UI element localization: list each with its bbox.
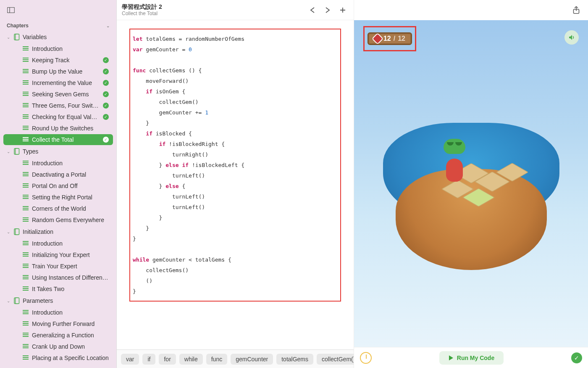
score-sep: / xyxy=(394,35,395,42)
sidebar-item[interactable]: It Takes Two xyxy=(3,283,113,294)
toggle-sidebar-icon[interactable] xyxy=(5,4,17,16)
item-label: Bump Up the Value xyxy=(32,68,100,75)
item-label: Random Gems Everywhere xyxy=(32,217,109,223)
item-label: Placing at a Specific Location xyxy=(32,355,109,361)
chapters-label: Chapters xyxy=(7,23,29,29)
snippet-chip[interactable]: for xyxy=(159,354,176,365)
next-page-button[interactable] xyxy=(322,4,333,16)
item-label: Generalizing a Function xyxy=(32,332,109,339)
page-icon xyxy=(23,217,29,222)
sidebar-item[interactable]: Generalizing a Function xyxy=(3,330,113,341)
item-label: Keeping Track xyxy=(32,57,100,64)
svg-rect-9 xyxy=(16,298,19,304)
svg-rect-3 xyxy=(16,34,19,40)
code-editor-highlight: let totalGems = randomNumberOfGems var g… xyxy=(129,29,341,302)
section-variables[interactable]: ⌄Variables xyxy=(0,31,116,43)
svg-rect-5 xyxy=(16,148,19,154)
byte-character xyxy=(442,135,467,182)
page-icon xyxy=(23,344,29,349)
gem-icon xyxy=(373,34,383,44)
sidebar-item[interactable]: Three Gems, Four Switches✓ xyxy=(3,100,113,111)
sidebar-item[interactable]: Corners of the World xyxy=(3,203,113,214)
section-icon xyxy=(13,148,20,155)
section-icon xyxy=(13,34,20,40)
sidebar-item[interactable]: Moving Further Forward xyxy=(3,318,113,329)
sidebar-item[interactable]: Incrementing the Value✓ xyxy=(3,77,113,88)
section-title: Types xyxy=(23,148,38,155)
sidebar-item[interactable]: Using Instances of Different Ty… xyxy=(3,272,113,283)
check-icon: ✓ xyxy=(103,69,109,74)
sidebar-item[interactable]: Checking for Equal Values✓ xyxy=(3,111,113,122)
code-editor[interactable]: let totalGems = randomNumberOfGems var g… xyxy=(133,34,338,297)
item-label: Deactivating a Portal xyxy=(32,171,109,178)
score-total: 12 xyxy=(398,35,405,42)
speed-icon[interactable] xyxy=(360,352,372,364)
item-label: Incrementing the Value xyxy=(32,79,100,86)
score-highlight: 12/12 xyxy=(363,26,416,51)
snippet-chip[interactable]: var xyxy=(121,354,139,365)
sidebar-item[interactable]: Placing at a Specific Location xyxy=(3,352,113,363)
chevron-down-icon: ⌄ xyxy=(106,24,110,28)
run-code-button[interactable]: Run My Code xyxy=(439,351,504,365)
sidebar-item[interactable]: Round Up the Switches xyxy=(3,123,113,134)
sidebar-item[interactable]: Deactivating a Portal xyxy=(3,169,113,180)
page-icon xyxy=(23,114,29,119)
sidebar-item[interactable]: Random Gems Everywhere xyxy=(3,214,113,225)
page-icon xyxy=(23,137,29,142)
section-types[interactable]: ⌄Types xyxy=(0,146,116,157)
item-label: Initializing Your Expert xyxy=(32,252,109,258)
page-subtitle: Collect the Total xyxy=(122,11,303,16)
sidebar-item[interactable]: Seeking Seven Gems✓ xyxy=(3,89,113,100)
item-label: Setting the Right Portal xyxy=(32,194,109,201)
snippet-chip[interactable]: if xyxy=(142,354,155,365)
item-label: Checking for Equal Values xyxy=(32,114,100,120)
editor-header: 學習程式設計 2 Collect the Total xyxy=(117,0,354,20)
sidebar-item[interactable]: Keeping Track✓ xyxy=(3,55,113,66)
snippet-chip[interactable]: totalGems xyxy=(276,354,313,365)
chevron-down-icon: ⌄ xyxy=(7,230,11,234)
snippet-chip[interactable]: gemCounter xyxy=(231,354,273,365)
section-parameters[interactable]: ⌄Parameters xyxy=(0,295,116,307)
sidebar-item[interactable]: Collect the Total✓ xyxy=(3,134,113,145)
page-icon xyxy=(23,310,29,315)
item-label: Introduction xyxy=(32,45,109,52)
page-icon xyxy=(23,355,29,360)
page-icon xyxy=(23,69,29,74)
sound-toggle[interactable] xyxy=(564,30,579,45)
sidebar-item[interactable]: Introduction xyxy=(3,238,113,249)
page-icon xyxy=(23,252,29,257)
share-icon[interactable] xyxy=(570,4,582,16)
chevron-down-icon: ⌄ xyxy=(7,149,11,154)
sidebar-item[interactable]: Introduction xyxy=(3,307,113,318)
item-label: Introduction xyxy=(32,309,109,316)
sidebar-item[interactable]: Introduction xyxy=(3,158,113,169)
check-icon: ✓ xyxy=(103,80,109,86)
game-scene[interactable]: 12/12 xyxy=(354,20,588,347)
sidebar-item[interactable]: Bump Up the Value✓ xyxy=(3,66,113,77)
sidebar-item[interactable]: Train Your Expert xyxy=(3,261,113,272)
add-page-button[interactable] xyxy=(337,4,349,16)
section-initialization[interactable]: ⌄Initialization xyxy=(0,226,116,238)
sidebar-item[interactable]: Initializing Your Expert xyxy=(3,249,113,260)
snippet-chip[interactable]: while xyxy=(179,354,203,365)
section-icon xyxy=(13,228,20,235)
sidebar-item[interactable]: Portal On and Off xyxy=(3,180,113,191)
page-icon xyxy=(23,321,29,326)
chapters-header[interactable]: Chapters ⌄ xyxy=(0,20,116,31)
page-icon xyxy=(23,333,29,338)
scene-pane: 12/12 Run My C xyxy=(354,0,588,368)
section-title: Variables xyxy=(23,34,47,40)
score-current: 12 xyxy=(383,35,391,42)
snippet-chip[interactable]: func xyxy=(206,354,227,365)
page-title: 學習程式設計 2 xyxy=(122,3,303,11)
sidebar: Chapters ⌄ ⌄VariablesIntroductionKeeping… xyxy=(0,0,117,368)
item-label: Crank Up and Down xyxy=(32,343,109,350)
page-icon xyxy=(23,172,29,177)
section-title: Initialization xyxy=(23,228,53,235)
page-icon xyxy=(23,195,29,200)
sidebar-item[interactable]: Crank Up and Down xyxy=(3,341,113,352)
sidebar-item[interactable]: Introduction xyxy=(3,43,113,54)
run-label: Run My Code xyxy=(457,355,494,361)
sidebar-item[interactable]: Setting the Right Portal xyxy=(3,192,113,203)
prev-page-button[interactable] xyxy=(307,4,318,16)
